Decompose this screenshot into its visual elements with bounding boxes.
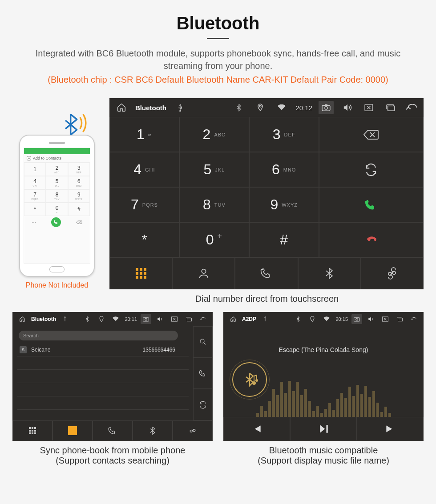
tab-pairing[interactable] [361,257,424,289]
tab-contacts[interactable] [172,257,235,289]
phone-mockup: + Add to Contacts 12ABC3DEF4GHI5JKL6MNO7… [19,135,95,277]
contact-name: Seicane [31,347,50,353]
tab-contacts[interactable] [52,420,93,441]
home-icon[interactable] [114,101,129,114]
next-track-button[interactable] [357,417,424,441]
mini-key-5: 5JKL [46,176,68,189]
svg-point-11 [71,428,74,431]
volume-icon[interactable] [366,314,376,324]
home-icon[interactable] [17,314,28,324]
close-app-icon[interactable] [169,314,180,324]
redial-key[interactable] [319,152,424,187]
svg-rect-9 [187,318,192,321]
dial-key-*[interactable]: * [109,222,179,257]
screenshot-icon[interactable] [141,314,151,324]
headunit-dialer: Bluetooth 20:12 1∞2ABC3DEF4GHI5JKL6MNO7P… [109,98,424,289]
contact-row [17,370,189,383]
bluetooth-status-icon [293,314,303,324]
tab-call-log[interactable] [235,257,298,289]
volume-icon[interactable] [340,101,355,114]
dial-key-2[interactable]: 2ABC [179,117,249,152]
search-button[interactable] [193,326,213,358]
usb-icon [60,314,70,324]
back-icon[interactable] [408,314,419,324]
screenshot-icon[interactable] [351,314,362,324]
sync-button[interactable] [193,389,213,420]
svg-point-13 [356,318,358,320]
call-button[interactable] [193,358,213,389]
headunit-phonebook: Bluetooth 20:11 Search S Seicane [12,312,213,441]
mini-key-7: 7PQRS [24,189,46,203]
headunit-a2dp: A2DP 20:15 Escape (The Pina Colada Song) [223,312,424,441]
statusbar-time: 20:11 [125,316,137,322]
title-underline [207,38,229,39]
contact-row [17,383,189,396]
dial-key-3[interactable]: 3DEF [249,117,319,152]
dial-key-5[interactable]: 5JKL [179,152,249,187]
svg-point-2 [325,107,327,109]
page-title: Bluetooth [27,13,409,33]
backspace-key[interactable] [319,117,424,152]
add-to-contacts-row: + Add to Contacts [24,154,90,163]
svg-point-17 [255,379,258,382]
mini-call-icon [51,217,61,227]
previous-track-button[interactable] [223,417,290,441]
mini-key-9: 9WXYZ [68,189,90,203]
dial-key-0[interactable]: 0+ [179,222,249,257]
mini-key-1: 1 [24,163,46,176]
contact-row [17,356,189,370]
screenshot-icon[interactable] [319,101,334,114]
mini-key-#: # [68,203,90,216]
header-spec: (Bluetooth chip : CSR BC6 Default Blueto… [27,75,409,85]
svg-rect-4 [388,106,395,111]
album-art-icon [232,362,267,397]
close-app-icon[interactable] [380,314,391,324]
wifi-status-icon [321,314,332,324]
call-key[interactable] [319,187,424,222]
hangup-key[interactable] [319,222,424,257]
svg-point-16 [252,381,256,385]
usb-icon [260,314,270,324]
back-icon[interactable] [404,101,419,114]
recent-apps-icon[interactable] [183,314,194,324]
mini-key-8: 8TUV [46,189,68,203]
dial-key-1[interactable]: 1∞ [109,117,179,152]
location-status-icon [96,314,107,324]
bluetooth-status-icon [82,314,93,324]
contact-row[interactable]: S Seicane 13566664466 [17,343,189,356]
tab-bluetooth[interactable] [298,257,361,289]
statusbar-title: A2DP [242,316,256,322]
contact-row [17,396,189,410]
mini-key-2: 2ABC [46,163,68,176]
contacts-search-input[interactable]: Search [19,331,178,340]
dial-key-8[interactable]: 8TUV [179,187,249,222]
contact-number: 13566664466 [143,347,175,353]
dial-key-#[interactable]: # [249,222,319,257]
recent-apps-icon[interactable] [394,314,405,324]
dial-key-4[interactable]: 4GHI [109,152,179,187]
tab-call-log[interactable] [93,420,133,441]
tab-pairing[interactable] [173,420,213,441]
home-icon[interactable] [228,314,238,324]
volume-icon[interactable] [155,314,166,324]
dial-key-6[interactable]: 6MNO [249,152,319,187]
wifi-status-icon [274,101,289,114]
dial-key-9[interactable]: 9WXYZ [249,187,319,222]
play-pause-button[interactable] [290,417,357,441]
close-app-icon[interactable] [361,101,376,114]
svg-point-0 [259,105,261,107]
a2dp-caption: Bluetooth music compatible (Support disp… [223,445,424,466]
tab-dialpad[interactable] [12,420,52,441]
phone-not-included-note: Phone Not Included [26,281,89,289]
tab-bluetooth[interactable] [133,420,173,441]
back-icon[interactable] [198,314,208,324]
recent-apps-icon[interactable] [383,101,398,114]
svg-point-10 [200,339,204,343]
song-title: Escape (The Pina Colada Song) [279,346,368,353]
statusbar-title: Bluetooth [31,316,56,322]
statusbar-title: Bluetooth [135,104,166,112]
mini-key-0: 0+ [46,203,68,216]
dial-key-7[interactable]: 7PQRS [109,187,179,222]
tab-dialpad[interactable] [109,257,172,289]
wifi-status-icon [110,314,121,324]
